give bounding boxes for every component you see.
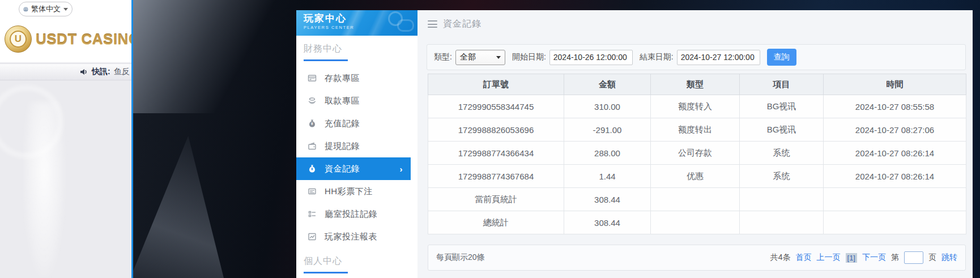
language-selector[interactable]: 繁体中文 — [19, 2, 73, 16]
cell-amount: 310.00 — [564, 95, 651, 118]
funds-record-panel: 資金記錄 類型: 全部 開始日期: 結束日期: 查詢 訂單號 金額 類型 項目 … — [417, 10, 973, 278]
jump-page-input[interactable] — [904, 251, 923, 264]
menu-toggle-icon[interactable] — [428, 20, 437, 28]
backdrop-light-streak — [133, 0, 303, 113]
cell-time: 2024-10-27 08:26:14 — [824, 165, 966, 188]
end-date-label: 結束日期: — [640, 52, 674, 62]
sidebar-item-funds-record[interactable]: ¥ 資金記錄 › — [296, 157, 411, 180]
table-row: 1729988774367684 1.44 优惠 系统 2024-10-27 0… — [428, 165, 966, 188]
hall-list-icon — [308, 209, 317, 219]
sidebar-item-label: HH彩票下注 — [325, 186, 373, 197]
cell-summary-label: 總統計 — [428, 211, 564, 234]
type-select[interactable]: 全部 — [455, 50, 505, 65]
sidebar-item-label: 提現記錄 — [325, 141, 360, 152]
current-page[interactable]: [1] — [846, 253, 857, 263]
cell-order-no: 1729988774366434 — [428, 142, 564, 165]
deposit-card-icon — [308, 74, 317, 83]
cell-order-no: 1729988774367684 — [428, 165, 564, 188]
page-header: 資金記錄 — [417, 10, 973, 30]
jump-prefix: 第 — [891, 253, 899, 263]
col-order-no: 訂單號 — [428, 74, 564, 95]
sidebar-item-recharge-record[interactable]: ¥ 充值記錄 — [296, 112, 417, 135]
table-footer: 每頁顯示20條 共4条 首页 上一页 [1] 下一页 第 页 跳转 — [428, 245, 966, 271]
report-chart-icon — [308, 232, 317, 241]
search-button[interactable]: 查詢 — [767, 49, 796, 66]
sidebar-item-hh-lottery[interactable]: HH彩票下注 — [296, 180, 417, 203]
table-header-row: 訂單號 金額 類型 項目 時間 — [428, 74, 966, 95]
players-center-sidebar: 玩家中心 PLAYERS CENTER 財務中心 存款專區 取款專區 ¥ 充值記… — [296, 10, 417, 278]
cell-amount: 308.44 — [564, 211, 651, 234]
start-date-input[interactable] — [549, 50, 633, 65]
cell-amount: 288.00 — [564, 142, 651, 165]
table-row: 1729988826053696 -291.00 额度转出 BG视讯 2024-… — [428, 118, 966, 142]
chevron-right-icon: › — [400, 164, 403, 174]
table-row-page-summary: 當前頁統計 308.44 — [428, 188, 966, 211]
type-label: 類型: — [434, 52, 452, 62]
logo-text: USDT CASINO — [36, 31, 131, 48]
page-title: 資金記錄 — [443, 18, 482, 30]
col-project: 項目 — [740, 74, 824, 95]
cell-time: 2024-10-27 08:26:14 — [824, 142, 966, 165]
sidebar-item-label: 取款專區 — [325, 96, 360, 106]
end-date-input[interactable] — [677, 50, 760, 65]
col-type: 類型 — [651, 74, 740, 95]
divider-blue-line — [131, 0, 133, 278]
section-finance-title: 財務中心 — [296, 36, 417, 55]
cell-type: 额度转入 — [651, 95, 740, 118]
cell-amount: -291.00 — [564, 118, 651, 142]
cell-amount: 308.44 — [564, 188, 651, 211]
sidebar-item-withdraw[interactable]: 取款專區 — [296, 89, 417, 112]
news-label: 快訊: — [92, 67, 110, 77]
per-page-label: 每頁顯示20條 — [436, 253, 485, 263]
language-label: 繁体中文 — [31, 4, 61, 14]
lottery-news-icon — [308, 187, 317, 196]
pagination: 共4条 首页 上一页 [1] 下一页 第 页 跳转 — [770, 251, 957, 264]
col-time: 時間 — [824, 74, 966, 95]
site-logo[interactable]: U USDT CASINO — [5, 23, 131, 55]
speaker-icon — [79, 67, 88, 76]
news-text: 鱼反 — [114, 67, 130, 77]
withdrawal-wallet-icon — [308, 142, 317, 151]
cell-type: 额度转出 — [651, 118, 740, 142]
sidebar-title: 玩家中心 — [304, 12, 417, 25]
cell-type: 公司存款 — [651, 142, 740, 165]
start-date-label: 開始日期: — [512, 52, 546, 62]
jump-go-link[interactable]: 跳转 — [941, 253, 957, 263]
cell-project: 系统 — [740, 165, 824, 188]
logo-ball-icon: U — [5, 25, 32, 53]
cell-amount: 1.44 — [564, 165, 651, 188]
jump-suffix: 页 — [928, 253, 936, 263]
cell-summary-label: 當前頁統計 — [428, 188, 564, 211]
recharge-moneybag-icon: ¥ — [308, 119, 317, 128]
sidebar-item-hall-bet-record[interactable]: 廳室投註記錄 — [296, 203, 417, 225]
sidebar-menu: 存款專區 取款專區 ¥ 充值記錄 提現記錄 ¥ 資金記錄 — [296, 67, 417, 248]
chevron-down-icon — [63, 8, 68, 11]
next-page-link[interactable]: 下一页 — [862, 253, 886, 263]
sidebar-item-label: 玩家投注報表 — [325, 232, 377, 242]
sidebar-item-label: 充值記錄 — [325, 118, 360, 129]
filter-bar: 類型: 全部 開始日期: 結束日期: 查詢 — [427, 44, 966, 70]
sidebar-item-withdrawal-record[interactable]: 提現記錄 — [296, 135, 417, 157]
site-background-panel: 繁体中文 U USDT CASINO 快訊: 鱼反 — [0, 0, 131, 278]
logo-monogram: U — [10, 31, 27, 48]
section-underline — [304, 59, 348, 61]
prev-page-link[interactable]: 上一页 — [817, 253, 841, 263]
gamepad-ghost-icon — [397, 19, 414, 32]
sidebar-item-deposit[interactable]: 存款專區 — [296, 67, 417, 89]
section-personal-title: 個人中心 — [296, 248, 417, 267]
globe-icon — [23, 5, 28, 14]
cell-order-no: 1729990558344745 — [428, 95, 564, 118]
sidebar-item-label: 廳室投註記錄 — [325, 209, 377, 220]
sidebar-item-label: 資金記錄 — [325, 164, 360, 174]
first-page-link[interactable]: 首页 — [796, 253, 812, 263]
sidebar-item-label: 存款專區 — [325, 73, 360, 84]
cell-project: BG视讯 — [740, 118, 824, 142]
cell-time: 2024-10-27 08:27:06 — [824, 118, 966, 142]
table-row: 1729988774366434 288.00 公司存款 系统 2024-10-… — [428, 142, 966, 165]
cell-project: BG视讯 — [740, 95, 824, 118]
table-row: 1729990558344745 310.00 额度转入 BG视讯 2024-1… — [428, 95, 966, 118]
gamepad-ghost-icon — [388, 11, 403, 26]
cell-time: 2024-10-27 08:55:58 — [824, 95, 966, 118]
funds-moneybag-icon: ¥ — [308, 164, 317, 173]
sidebar-item-player-report[interactable]: 玩家投注報表 — [296, 225, 417, 248]
